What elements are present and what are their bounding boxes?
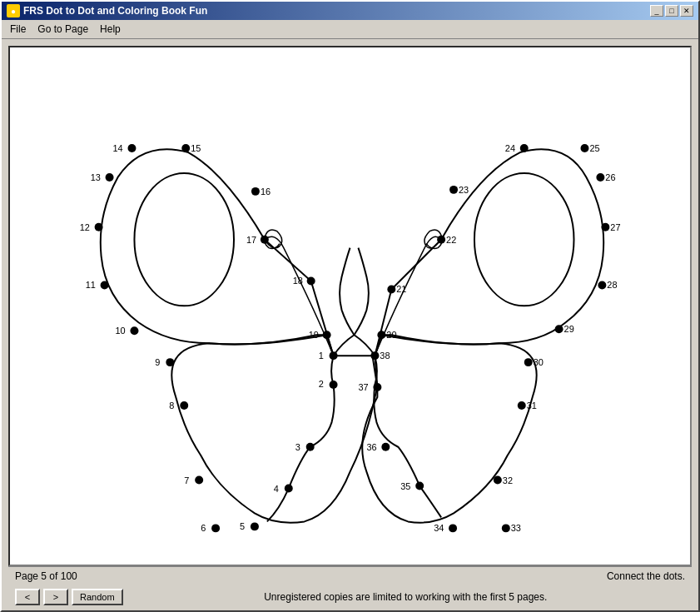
- svg-point-12: [211, 524, 220, 532]
- svg-point-20: [130, 326, 138, 335]
- svg-point-36: [307, 276, 315, 285]
- svg-point-66: [502, 524, 510, 532]
- drawing-canvas: 1 2 3 4 5 6: [8, 46, 692, 566]
- svg-point-32: [251, 187, 260, 196]
- svg-text:22: 22: [446, 235, 456, 245]
- title-buttons: _ □ ✕: [650, 5, 693, 17]
- svg-point-1: [474, 173, 574, 306]
- svg-point-2: [330, 351, 338, 360]
- svg-text:36: 36: [366, 442, 376, 452]
- svg-text:17: 17: [246, 235, 256, 245]
- svg-point-24: [95, 223, 103, 231]
- svg-text:33: 33: [511, 523, 521, 533]
- svg-text:19: 19: [309, 330, 319, 340]
- svg-point-6: [306, 443, 315, 451]
- svg-text:13: 13: [91, 172, 101, 182]
- svg-point-16: [180, 401, 188, 410]
- svg-text:16: 16: [261, 187, 271, 197]
- svg-point-40: [377, 331, 385, 339]
- svg-point-68: [449, 524, 457, 532]
- random-button[interactable]: Random: [72, 589, 123, 605]
- content-area: 1 2 3 4 5 6: [2, 39, 698, 612]
- svg-text:2: 2: [319, 379, 324, 389]
- menu-goto-page[interactable]: Go to Page: [32, 22, 93, 37]
- svg-point-74: [373, 383, 381, 391]
- window-title: FRS Dot to Dot and Coloring Book Fun: [23, 5, 207, 17]
- svg-point-34: [261, 236, 269, 244]
- svg-text:29: 29: [564, 324, 574, 334]
- svg-point-56: [598, 281, 606, 289]
- svg-text:21: 21: [396, 284, 406, 294]
- svg-point-70: [415, 482, 424, 490]
- svg-point-50: [580, 144, 588, 152]
- svg-text:7: 7: [184, 475, 189, 485]
- title-bar: ● FRS Dot to Dot and Coloring Book Fun _…: [2, 2, 698, 20]
- svg-point-52: [596, 173, 604, 182]
- unregistered-message: Unregistered copies are limited to worki…: [127, 591, 685, 603]
- svg-text:9: 9: [155, 357, 160, 367]
- svg-point-64: [494, 476, 502, 485]
- svg-point-14: [195, 476, 203, 485]
- menu-help[interactable]: Help: [95, 22, 126, 37]
- svg-text:30: 30: [534, 357, 544, 367]
- menu-file[interactable]: File: [5, 22, 31, 37]
- svg-text:6: 6: [201, 523, 206, 533]
- svg-point-58: [555, 325, 563, 333]
- minimize-button[interactable]: _: [650, 5, 663, 17]
- svg-text:32: 32: [503, 475, 513, 485]
- svg-text:34: 34: [434, 523, 444, 533]
- next-page-button[interactable]: >: [43, 589, 68, 605]
- svg-point-0: [134, 173, 234, 306]
- butterfly-svg: 1 2 3 4 5 6: [10, 47, 690, 565]
- svg-text:26: 26: [605, 172, 615, 182]
- svg-text:27: 27: [610, 222, 620, 232]
- svg-point-54: [601, 223, 609, 231]
- app-icon: ●: [7, 4, 20, 17]
- svg-text:11: 11: [86, 280, 96, 290]
- svg-text:20: 20: [386, 330, 396, 340]
- svg-point-44: [437, 236, 445, 244]
- close-button[interactable]: ✕: [680, 5, 693, 17]
- svg-text:25: 25: [589, 143, 599, 153]
- svg-point-4: [330, 381, 338, 389]
- svg-text:37: 37: [358, 382, 368, 392]
- svg-point-72: [381, 443, 390, 451]
- svg-text:14: 14: [113, 143, 123, 153]
- svg-point-10: [251, 522, 259, 530]
- svg-point-30: [181, 144, 190, 152]
- svg-text:5: 5: [240, 521, 245, 531]
- svg-text:24: 24: [505, 143, 515, 153]
- page-info: Page 5 of 100: [15, 570, 77, 582]
- svg-text:18: 18: [293, 276, 303, 286]
- svg-point-26: [106, 173, 114, 182]
- svg-text:8: 8: [169, 401, 174, 410]
- svg-text:31: 31: [527, 401, 537, 410]
- svg-point-8: [285, 485, 293, 493]
- svg-text:28: 28: [607, 280, 617, 290]
- svg-point-22: [101, 281, 109, 289]
- svg-text:38: 38: [380, 351, 390, 361]
- svg-point-60: [524, 358, 533, 366]
- svg-point-18: [166, 358, 174, 366]
- svg-text:15: 15: [191, 143, 201, 153]
- title-bar-left: ● FRS Dot to Dot and Coloring Book Fun: [7, 4, 207, 17]
- svg-text:12: 12: [80, 222, 90, 232]
- instruction-text: Connect the dots.: [607, 570, 685, 582]
- svg-text:4: 4: [274, 484, 279, 494]
- svg-text:1: 1: [319, 351, 324, 361]
- svg-point-46: [449, 186, 458, 194]
- status-bar: Page 5 of 100 Connect the dots.: [8, 566, 692, 585]
- svg-point-48: [520, 144, 529, 152]
- svg-point-76: [370, 351, 379, 360]
- svg-text:3: 3: [295, 442, 300, 452]
- prev-page-button[interactable]: <: [15, 589, 40, 605]
- bottom-bar: < > Random Unregistered copies are limit…: [8, 585, 692, 609]
- svg-point-42: [387, 285, 395, 293]
- svg-point-62: [518, 401, 526, 410]
- maximize-button[interactable]: □: [665, 5, 678, 17]
- svg-point-38: [323, 331, 331, 339]
- svg-text:23: 23: [459, 185, 469, 195]
- menu-bar: File Go to Page Help: [2, 20, 698, 39]
- svg-point-28: [127, 144, 136, 152]
- svg-text:35: 35: [400, 481, 410, 491]
